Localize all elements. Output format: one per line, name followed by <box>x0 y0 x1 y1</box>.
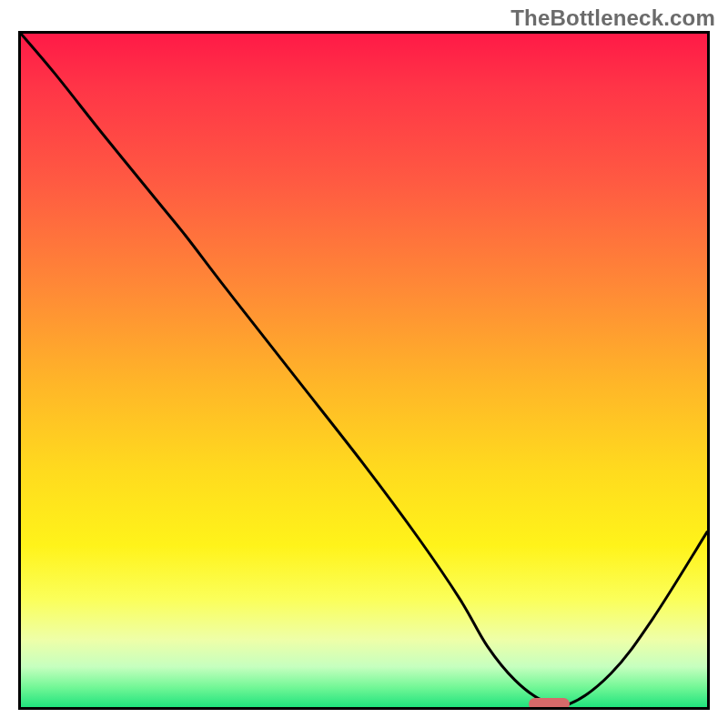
plot-area <box>18 31 710 710</box>
watermark-text: TheBottleneck.com <box>511 5 715 31</box>
bottleneck-curve <box>21 34 707 707</box>
optimal-marker <box>529 698 570 710</box>
chart-container: TheBottleneck.com <box>0 0 728 728</box>
